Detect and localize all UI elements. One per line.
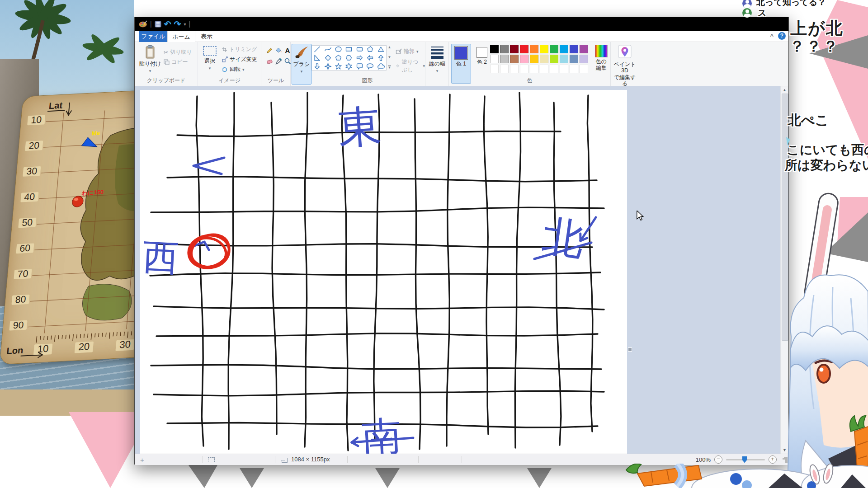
palette-empty-slot[interactable] (550, 65, 558, 73)
shape-callout-oval-icon[interactable] (366, 63, 374, 71)
shape-star-6-icon[interactable] (345, 63, 353, 71)
redo-icon[interactable]: ↷ (174, 20, 181, 28)
shape-ellipse-icon[interactable] (335, 46, 342, 54)
shape-arrow-left-icon[interactable] (366, 54, 374, 63)
palette-empty-slot[interactable] (520, 65, 528, 73)
palette-empty-slot[interactable] (500, 65, 509, 73)
svg-text:南: 南 (361, 413, 403, 454)
shape-line-icon[interactable] (313, 46, 321, 54)
cut-button[interactable]: ✂ 切り取り (164, 48, 192, 56)
scroll-down-icon[interactable]: ▼ (388, 55, 392, 59)
pencil-icon[interactable] (265, 47, 274, 56)
rotate-button[interactable]: 回転 ▾ (222, 66, 245, 73)
palette-color-#ffc90e[interactable] (530, 55, 538, 63)
palette-color-#ed1c24[interactable] (520, 45, 528, 53)
shape-callout-cloud-icon[interactable] (377, 63, 385, 71)
palette-empty-slot[interactable] (510, 65, 519, 73)
line-width-button[interactable]: 線の幅 ▾ (427, 46, 447, 73)
tab-home[interactable]: ホーム (167, 31, 195, 42)
shape-fill-button[interactable]: 塗りつぶし ▾ (396, 58, 425, 74)
shape-polygon-icon[interactable] (366, 46, 374, 54)
palette-color-#00a2e8[interactable] (560, 45, 568, 53)
paste-button[interactable]: 貼り付け ▾ (138, 45, 162, 73)
quick-access-dropdown-icon[interactable]: ▾ (184, 22, 186, 27)
copy-button[interactable]: コピー (164, 58, 188, 66)
shape-hexagon-icon[interactable] (345, 54, 353, 63)
shape-triangle-icon[interactable] (377, 46, 385, 54)
zoom-in-button[interactable]: + (769, 455, 777, 464)
shape-callout-rounded-icon[interactable] (356, 63, 363, 71)
palette-color-#ffaec9[interactable] (520, 55, 528, 63)
palette-empty-slot[interactable] (540, 65, 548, 73)
scroll-up-icon[interactable]: ▲ (781, 88, 788, 92)
titlebar[interactable]: | ↶ ↷ ▾ | (135, 17, 788, 31)
scroll-more-icon[interactable]: ▼ (388, 65, 392, 70)
palette-color-#ffffff[interactable] (490, 55, 499, 63)
color-picker-icon[interactable] (274, 57, 283, 66)
palette-color-#fff200[interactable] (540, 45, 548, 53)
palette-color-#c8bfe7[interactable] (580, 55, 588, 63)
palette-color-#b97a57[interactable] (510, 55, 519, 63)
edit-colors-button[interactable]: 色の編集 (593, 45, 610, 71)
shape-arrow-right-icon[interactable] (356, 54, 363, 63)
shape-diamond-icon[interactable] (324, 54, 332, 63)
palette-color-#7f7f7f[interactable] (500, 45, 509, 53)
crop-button[interactable]: トリミング (222, 46, 257, 53)
svg-text:30: 30 (119, 338, 131, 350)
save-icon[interactable] (155, 21, 161, 28)
palette-empty-slot[interactable] (490, 65, 499, 73)
brush-button[interactable]: ブラシ ▾ (292, 44, 311, 84)
shape-star-4-icon[interactable] (324, 63, 332, 71)
zoom-slider-thumb[interactable] (742, 456, 747, 463)
collapse-ribbon-icon[interactable]: ^ (770, 33, 774, 39)
palette-color-#7092be[interactable] (570, 55, 578, 63)
scroll-up-icon[interactable]: ▲ (388, 45, 392, 49)
fill-bucket-icon[interactable] (274, 47, 283, 56)
shape-arrow-up-icon[interactable] (377, 54, 385, 63)
resize-grip[interactable] (781, 460, 785, 463)
palette-color-#c3c3c3[interactable] (500, 55, 509, 63)
undo-icon[interactable]: ↶ (164, 20, 171, 28)
shape-right-triangle-icon[interactable] (313, 54, 321, 63)
shape-arrow-down-icon[interactable] (313, 63, 321, 71)
zoom-slider[interactable] (726, 459, 765, 460)
shape-rectangle-icon[interactable] (345, 46, 353, 54)
palette-empty-slot[interactable] (530, 65, 538, 73)
canvas-resize-handle[interactable] (628, 347, 632, 352)
palette-color-#22b14c[interactable] (550, 45, 558, 53)
palette-color-#a349a4[interactable] (580, 45, 588, 53)
palette-color-#000000[interactable] (490, 45, 499, 53)
palette-color-#ff7f27[interactable] (530, 45, 538, 53)
palette-color-#efe4b0[interactable] (540, 55, 548, 63)
palette-empty-slot[interactable] (570, 65, 578, 73)
shape-star-5-icon[interactable] (335, 63, 342, 71)
group-tools: A ツール (261, 42, 291, 86)
svg-text:Me: Me (92, 130, 100, 137)
help-icon[interactable]: ? (778, 32, 786, 40)
paint3d-button[interactable]: ペイント 3Dで編集する (612, 45, 638, 87)
tab-file[interactable]: ファイル (139, 31, 167, 42)
zoom-out-button[interactable]: − (714, 455, 722, 464)
palette-color-#3f48cc[interactable] (570, 45, 578, 53)
paint-canvas[interactable]: 東西北南 (140, 90, 627, 454)
shape-rounded-rectangle-icon[interactable] (356, 46, 363, 54)
palette-color-#880015[interactable] (510, 45, 519, 53)
palette-empty-slot[interactable] (580, 65, 588, 73)
shape-outline-button[interactable]: 輪郭 ▾ (396, 47, 419, 55)
workspace: 東西北南 ▲ ▼ (135, 86, 788, 454)
group-image: 選択 ▾ トリミング サイズ変更 (198, 42, 261, 86)
dropdown-arrow: ▾ (209, 66, 211, 70)
palette-color-#b5e61d[interactable] (550, 55, 558, 63)
shapes-scrollbar[interactable]: ▲ ▼ ▼ (387, 45, 392, 70)
eraser-icon[interactable] (265, 57, 274, 66)
palette-color-#99d9ea[interactable] (560, 55, 568, 63)
shape-curve-icon[interactable] (324, 46, 332, 54)
select-button[interactable]: 選択 ▾ (200, 46, 220, 70)
tab-view[interactable]: 表示 (195, 31, 218, 42)
scroll-down-icon[interactable]: ▼ (781, 448, 788, 452)
chat-text: ス (758, 7, 766, 19)
shape-pentagon-icon[interactable] (335, 54, 342, 63)
resize-button[interactable]: サイズ変更 (222, 56, 257, 63)
scrollbar-thumb[interactable] (782, 94, 788, 341)
palette-empty-slot[interactable] (560, 65, 568, 73)
